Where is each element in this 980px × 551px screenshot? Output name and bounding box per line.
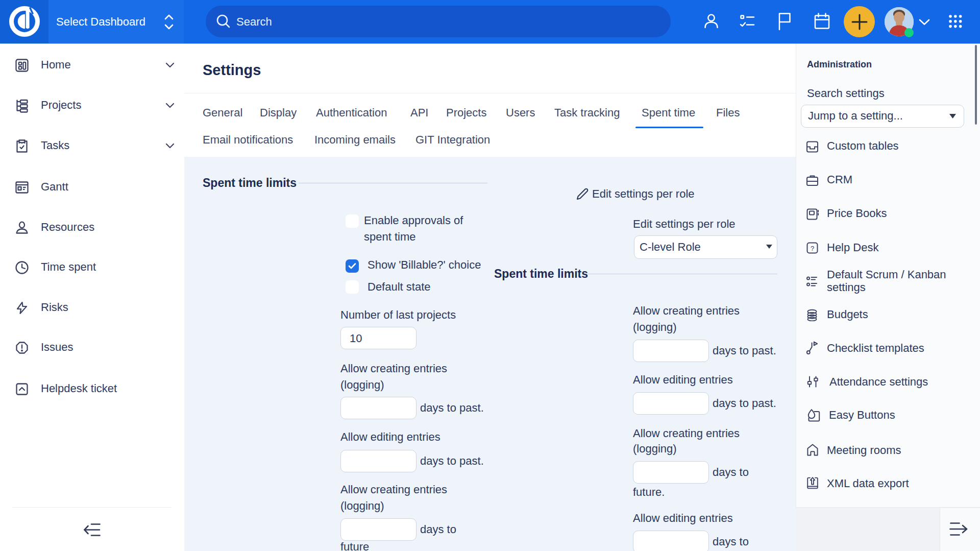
svg-text:?: ? (811, 245, 814, 252)
